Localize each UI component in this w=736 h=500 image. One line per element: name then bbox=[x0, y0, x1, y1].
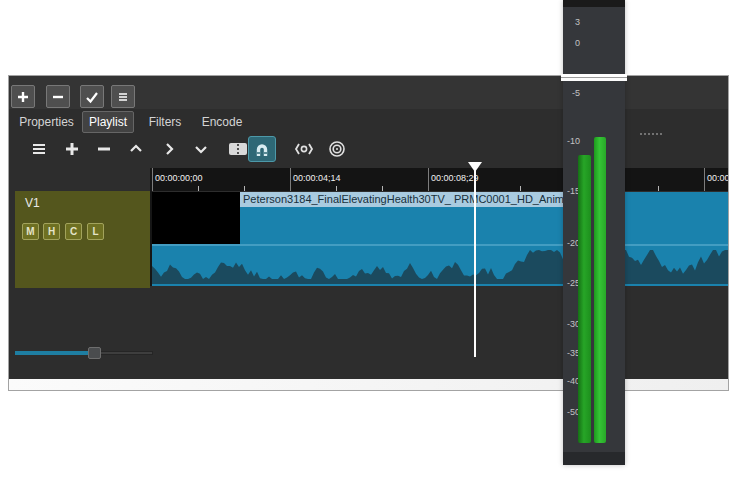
tab-encode[interactable]: Encode bbox=[194, 111, 250, 133]
snap-magnet-icon bbox=[253, 140, 271, 158]
dock-handle-dots[interactable] bbox=[640, 131, 664, 137]
meter-bottom-cap bbox=[563, 452, 625, 465]
track-h-button[interactable]: H bbox=[43, 223, 60, 240]
ruler-major-tick bbox=[704, 168, 705, 191]
meter-db-label: 0 bbox=[563, 37, 580, 49]
ruler-major-tick bbox=[290, 168, 291, 191]
meter-bar-left-channel bbox=[578, 155, 591, 443]
playlist-add-button[interactable] bbox=[11, 85, 35, 108]
paste-chevron-down-icon bbox=[193, 141, 209, 157]
track-m-button[interactable]: M bbox=[22, 223, 39, 240]
clip-name: Peterson3184_FinalElevatingHealth30TV_ P… bbox=[240, 192, 570, 207]
meter-top-cap bbox=[563, 0, 625, 7]
timeline-ruler[interactable]: 00:00:00;0000:00:04;1400:00:08;2900:00:1… bbox=[152, 168, 728, 191]
playhead-handle[interactable] bbox=[468, 162, 482, 172]
plus-icon bbox=[16, 90, 30, 104]
clip-name-strip[interactable]: Peterson3184_FinalElevatingHealth30TV_ P… bbox=[240, 192, 570, 207]
slider-handle[interactable] bbox=[88, 347, 101, 359]
ruler-timecode: 00:00:17;28 bbox=[707, 173, 728, 183]
black-clip-segment[interactable] bbox=[152, 192, 240, 244]
timeline-menu-button[interactable] bbox=[25, 136, 53, 162]
playhead-line[interactable] bbox=[474, 168, 476, 357]
window-frame-band bbox=[561, 74, 627, 81]
timeline-zoom-slider[interactable] bbox=[15, 347, 153, 359]
timeline-append-button[interactable] bbox=[58, 136, 86, 162]
ruler-timecode: 00:00:08;29 bbox=[431, 173, 479, 183]
ripple-target-icon bbox=[328, 140, 346, 158]
lift-chevron-up-icon bbox=[128, 141, 144, 157]
playlist-remove-button[interactable] bbox=[46, 85, 70, 108]
ripple-delete-minus-icon bbox=[96, 141, 112, 157]
scrub-while-dragging-icon bbox=[294, 142, 314, 156]
ruler-minor-tick bbox=[658, 186, 659, 191]
ruler-timecode: 00:00:00;00 bbox=[155, 173, 203, 183]
split-icon bbox=[228, 142, 248, 156]
menu-icon bbox=[116, 90, 130, 104]
tab-filters[interactable]: Filters bbox=[137, 111, 193, 133]
meter-db-label: -10 bbox=[563, 135, 580, 147]
playlist-update-button[interactable] bbox=[80, 85, 104, 108]
track-name: V1 bbox=[25, 196, 40, 210]
screenshot-stage: PropertiesPlaylistFiltersEncode bbox=[0, 0, 736, 500]
audio-waveform bbox=[152, 246, 728, 286]
ruler-minor-tick bbox=[244, 186, 245, 191]
timeline-paste-button[interactable] bbox=[187, 136, 215, 162]
timeline-ripple-delete-button[interactable] bbox=[90, 136, 118, 162]
tab-playlist[interactable]: Playlist bbox=[82, 111, 134, 133]
audio-peak-meter: 30-5-10-15-20-25-30-35-40-50 bbox=[563, 0, 625, 465]
meter-bar-right-channel bbox=[594, 137, 606, 443]
check-icon bbox=[85, 90, 99, 104]
timeline-track-content[interactable]: Peterson3184_FinalElevatingHealth30TV_ P… bbox=[152, 192, 728, 286]
track-header-v1[interactable]: V1 MHCL bbox=[15, 191, 150, 288]
overwrite-chevron-right-icon bbox=[161, 141, 177, 157]
track-l-button[interactable]: L bbox=[87, 223, 104, 240]
ruler-major-tick bbox=[152, 168, 153, 191]
playlist-menu-button[interactable] bbox=[111, 85, 135, 108]
timeline-snap-button[interactable] bbox=[248, 136, 276, 162]
tab-properties[interactable]: Properties bbox=[14, 111, 79, 133]
meter-db-label: 3 bbox=[563, 16, 580, 28]
slider-fill bbox=[15, 351, 89, 355]
meter-db-label: -5 bbox=[563, 87, 580, 99]
minus-icon bbox=[51, 90, 65, 104]
timeline-ripple-button[interactable] bbox=[323, 136, 351, 162]
ruler-minor-tick bbox=[382, 186, 383, 191]
timeline-lift-button[interactable] bbox=[122, 136, 150, 162]
ruler-timecode: 00:00:04;14 bbox=[293, 173, 341, 183]
ruler-major-tick bbox=[428, 168, 429, 191]
ruler-minor-tick bbox=[336, 186, 337, 191]
append-plus-icon bbox=[64, 141, 80, 157]
ruler-minor-tick bbox=[520, 186, 521, 191]
timeline-overwrite-button[interactable] bbox=[155, 136, 183, 162]
timeline-menu-icon bbox=[31, 142, 47, 156]
track-c-button[interactable]: C bbox=[65, 223, 82, 240]
ruler-minor-tick bbox=[198, 186, 199, 191]
timeline-scrub-button[interactable] bbox=[290, 136, 318, 162]
